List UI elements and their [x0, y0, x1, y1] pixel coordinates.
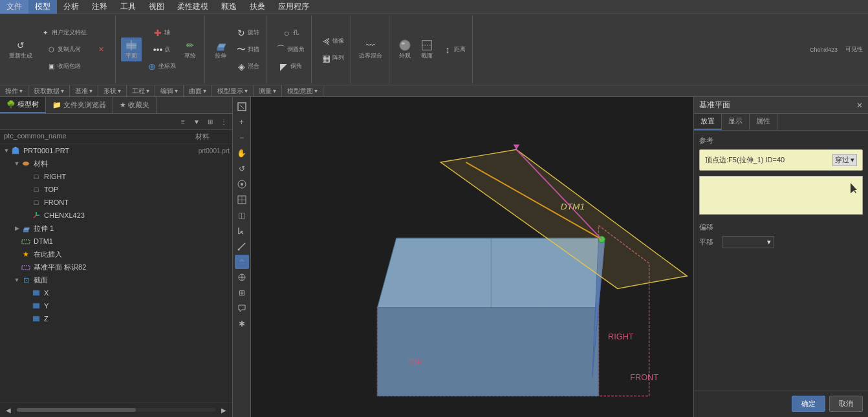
btn-x[interactable]: ✕ [91, 42, 111, 58]
toggle-root[interactable]: ▼ [3, 147, 10, 155]
section-label-model-display[interactable]: 模型显示▾ [212, 85, 254, 96]
vp-btn-constraint[interactable]: ⊞ [235, 286, 249, 300]
menu-apps3[interactable]: 应用程序 [272, 0, 316, 14]
tree-btn-more[interactable]: ⋮ [218, 116, 230, 127]
vp-btn-wireframe[interactable] [235, 193, 249, 207]
section-label-edit[interactable]: 编辑▾ [155, 85, 184, 96]
tree-btn-columns[interactable]: ⊞ [204, 116, 216, 127]
viewport[interactable]: + − ✋ ↺ ◫ [233, 97, 693, 417]
tree-btn-filter[interactable]: ▼ [191, 116, 202, 127]
vp-btn-datum[interactable]: ◫ [235, 208, 249, 222]
tree-item-sect-z[interactable]: Z [0, 312, 232, 325]
menu-apps2[interactable]: 扶桑 [243, 0, 272, 14]
tab-properties[interactable]: 属性 [750, 114, 777, 130]
vp-btn-xform[interactable] [235, 270, 249, 284]
tree-item-top[interactable]: □ TOP [0, 183, 232, 196]
vp-btn-anno[interactable] [235, 301, 249, 315]
section-label-surface[interactable]: 曲面▾ [184, 85, 212, 96]
section-label-model-intent[interactable]: 模型意图▾ [282, 85, 323, 96]
btn-plane[interactable]: 平面 [121, 37, 142, 61]
menu-tools[interactable]: 工具 [114, 0, 142, 14]
btn-section-view[interactable]: 截面 [417, 37, 437, 61]
btn-csys[interactable]: ⊕ 坐标系 [143, 59, 179, 74]
vp-btn-zoom-out[interactable]: − [235, 131, 249, 145]
tree-item-right[interactable]: □ RIGHT [0, 170, 232, 183]
tab-file-browser[interactable]: 📁 文件夹浏览器 [46, 97, 113, 113]
btn-regenerate[interactable]: ↺ 重新生成 [6, 37, 35, 61]
toggle-extrude1[interactable]: ▶ [13, 224, 21, 232]
btn-pattern[interactable]: ▦ 阵列 [317, 50, 347, 66]
translation-label: 平移 [699, 237, 719, 247]
vp-btn-rotate[interactable]: ↺ [235, 162, 249, 176]
btn-appearance[interactable]: 外观 [395, 37, 415, 61]
btn-axis[interactable]: ✚ 轴 [143, 25, 179, 41]
btn-distance[interactable]: ↕ 距离 [439, 42, 468, 58]
tree-item-section[interactable]: ▼ ⊡ 截面 [0, 273, 232, 286]
menu-view[interactable]: 视图 [142, 0, 171, 14]
scroll-left[interactable]: ◀ [3, 404, 14, 416]
btn-mirror[interactable]: ⫷ 镜像 [317, 34, 347, 49]
vp-btn-active[interactable] [235, 255, 249, 269]
toggle-material[interactable]: ▼ [13, 160, 21, 167]
btn-revolve[interactable]: ↻ 旋转 [232, 25, 262, 41]
tree-item-material[interactable]: ▼ 材料 [0, 157, 232, 170]
tab-display[interactable]: 显示 [722, 114, 750, 130]
btn-user-defined[interactable]: ✦ 用户定义特征 [36, 25, 89, 41]
vp-btn-snap[interactable]: ✱ [235, 317, 249, 331]
toggle-section[interactable]: ▼ [13, 276, 21, 284]
btn-fillet[interactable]: ⌒ 倒圆角 [272, 42, 307, 58]
menu-file[interactable]: 文件 [0, 0, 28, 14]
tab-placement[interactable]: 放置 [694, 114, 722, 130]
menu-analysis[interactable]: 分析 [57, 0, 85, 14]
btn-chamfer[interactable]: ◤ 倒角 [272, 59, 307, 74]
tree-item-front[interactable]: □ FRONT [0, 196, 232, 209]
vp-btn-zoom-in[interactable]: + [235, 115, 249, 129]
vp-btn-select[interactable] [235, 224, 249, 238]
menu-flexible[interactable]: 柔性建模 [171, 0, 215, 14]
vp-btn-zoom-fit[interactable] [235, 100, 249, 114]
tree-item-extrude1[interactable]: ▶ 拉伸 1 [0, 222, 232, 235]
cancel-button[interactable]: 取消 [829, 396, 863, 412]
tree-item-insert[interactable]: ★ 在此插入 [0, 248, 232, 261]
tree-btn-sort[interactable]: ≡ [177, 116, 189, 127]
tree-item-chenxl423[interactable]: CHENXL423 [0, 209, 232, 222]
section-label-get-data[interactable]: 获取数据▾ [28, 85, 70, 96]
btn-blend[interactable]: ◈ 混合 [232, 59, 262, 74]
translation-dropdown[interactable]: ▾ [722, 236, 774, 248]
tab-model-tree[interactable]: 🌳 模型树 [0, 97, 46, 113]
menu-annotation[interactable]: 注释 [85, 0, 114, 14]
vp-btn-pan[interactable]: ✋ [235, 146, 249, 160]
btn-extrude[interactable]: 拉伸 [210, 37, 231, 61]
tree-item-root[interactable]: ▼ PRT0001.PRT prt0001.prt [0, 144, 232, 157]
confirm-button[interactable]: 确定 [792, 396, 825, 412]
section-label-engineering[interactable]: 工程▾ [127, 85, 155, 96]
scroll-right[interactable]: ▶ [218, 404, 230, 416]
close-panel-btn[interactable]: ✕ [856, 101, 863, 110]
btn-point[interactable]: ••• 点 [143, 42, 179, 58]
horizontal-scrollbar[interactable] [17, 408, 215, 412]
tab-favorites[interactable]: ★ 收藏夹 [113, 97, 157, 113]
ref-additional-area[interactable] [699, 176, 863, 215]
menu-model[interactable]: 模型 [28, 0, 57, 14]
tab-chenxl423[interactable]: Chenxl423 [807, 45, 840, 54]
btn-shrinkwrap[interactable]: ▣ 收缩包络 [36, 59, 89, 74]
reference-box[interactable]: 顶点边:F5(拉伸_1) ID=40 穿过 ▾ [699, 149, 863, 171]
tab-visibility[interactable]: 可见性 [843, 44, 865, 55]
vp-btn-view[interactable] [235, 177, 249, 191]
tree-item-dtm1[interactable]: DTM1 [0, 235, 232, 248]
section-label-shape[interactable]: 形状▾ [98, 85, 127, 96]
btn-sketch[interactable]: ✏ 草绘 [180, 37, 201, 61]
section-label-base[interactable]: 基准▾ [70, 85, 98, 96]
btn-blend-edges[interactable]: 〰 边界混合 [356, 37, 385, 61]
tree-item-datum[interactable]: 基准平面 标识82 [0, 261, 232, 273]
section-label-operations[interactable]: 操作▾ [0, 85, 28, 96]
tree-item-sect-x[interactable]: X [0, 286, 232, 299]
section-label-measurement[interactable]: 测量▾ [254, 85, 282, 96]
btn-sweep[interactable]: 〜 扫描 [232, 42, 262, 58]
btn-hole[interactable]: ○ 孔 [272, 25, 307, 41]
menu-apps1[interactable]: 颗逸 [215, 0, 243, 14]
tree-item-sect-y[interactable]: Y [0, 299, 232, 312]
constraint-dropdown[interactable]: 穿过 ▾ [832, 154, 857, 166]
btn-copy-geom[interactable]: ⬡ 复制几何 [36, 42, 89, 58]
vp-btn-measure[interactable] [235, 239, 249, 253]
